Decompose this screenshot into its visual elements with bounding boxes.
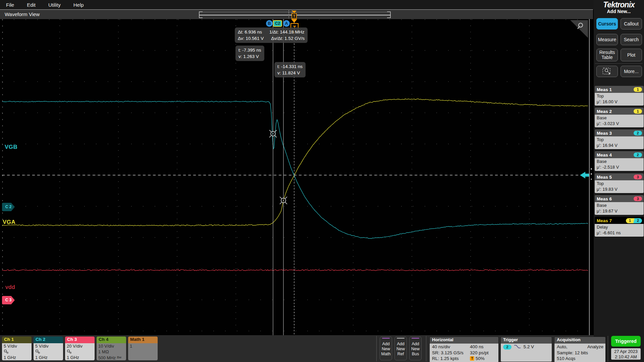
- svg-text:T: T: [293, 14, 296, 18]
- probe-icon: [67, 349, 72, 354]
- channel-badge-ch4[interactable]: Ch 4 10 V/div1 MΩ 500 MHz Bw: [97, 337, 126, 360]
- meas2-source-badge: 1: [634, 109, 642, 114]
- cursor-delta-readout[interactable]: Δt: 6.936 ns1/Δt: 144.18 MHz Δv: 10.561 …: [235, 27, 308, 43]
- graticule[interactable]: B C2 A T Δt: 6.936 ns1/Δt: 144.18 MHz Δv…: [0, 19, 590, 335]
- meas2-name: Meas 2: [597, 109, 612, 114]
- menu-help[interactable]: Help: [73, 2, 84, 8]
- slew-rate: Δv/Δt: 1.52 GV/s: [271, 35, 305, 42]
- falling-edge-icon: [514, 344, 521, 349]
- meas6-source-badge: 3: [634, 196, 642, 201]
- meas7-panel[interactable]: Meas 7 12 Delayμ': -6.601 ns: [594, 217, 644, 237]
- meas5-name: Meas 5: [597, 175, 612, 180]
- meas7-source-badges: 12: [626, 218, 642, 223]
- meas3-value: μ': 16.94 V: [597, 142, 642, 148]
- menu-utility[interactable]: Utility: [48, 2, 61, 8]
- date: 27 Apr 2023: [611, 349, 641, 354]
- menu-bar: File Edit Utility Help: [0, 0, 644, 9]
- zoom-box-icon: [602, 67, 612, 75]
- cursor-a-volt: v: 1.263 V: [238, 53, 261, 60]
- meas6-panel[interactable]: Meas 63 Baseμ': 19.67 V: [594, 195, 644, 215]
- trigger-panel[interactable]: Trigger 2 5.2 V: [500, 337, 552, 362]
- trace-ch3-vdd: [2, 269, 588, 270]
- acquisition-panel[interactable]: Acquisition Auto,Analyze Sample: 12 bits…: [554, 337, 606, 362]
- meas6-value: μ': 19.67 V: [597, 208, 642, 214]
- meas3-type: Top: [597, 137, 642, 142]
- channel-badge-ch1[interactable]: Ch 1 5 V/div 1 GHz: [2, 337, 32, 360]
- meas1-value: μ': 16.00 V: [597, 99, 642, 105]
- meas3-panel[interactable]: Meas 32 Topμ': 16.94 V: [594, 129, 644, 149]
- tektronix-logo: Tektronix: [594, 0, 644, 9]
- meas4-value: μ': -2.518 V: [597, 164, 642, 170]
- cursor-a-time: t: -7.395 ns: [238, 47, 261, 53]
- trigger-position-arrow[interactable]: [291, 19, 297, 23]
- search-button[interactable]: Search: [621, 34, 642, 45]
- cursors-button[interactable]: Cursors: [596, 18, 618, 29]
- meas2-value: μ': -3.023 V: [597, 121, 642, 126]
- add-new-ref-button[interactable]: AddNewRef: [394, 337, 407, 360]
- meas2-type: Base: [597, 115, 642, 121]
- horizontal-panel[interactable]: Horizontal 40 ns/div400 ns SR: 3.125 GS/…: [429, 337, 499, 362]
- horizontal-overview-bar[interactable]: T: [197, 10, 392, 19]
- meas4-type: Base: [597, 159, 642, 164]
- trace-label-vdd[interactable]: vdd: [5, 284, 15, 291]
- meas3-source-badge: 2: [634, 131, 642, 135]
- waveform-view-titlebar: Waveform View T: [0, 9, 593, 19]
- view-title: Waveform View: [5, 11, 40, 17]
- divider: [426, 336, 426, 361]
- trigger-level-arrow: [580, 172, 585, 179]
- add-new-bus-button[interactable]: AddNewBus: [409, 337, 422, 360]
- meas5-panel[interactable]: Meas 53 Topμ': 19.83 V: [594, 173, 644, 193]
- callout-button[interactable]: Callout: [621, 18, 642, 29]
- meas3-name: Meas 3: [597, 131, 612, 136]
- delta-v: Δv: 10.561 V: [238, 36, 264, 41]
- trace-label-vgb[interactable]: VGB: [5, 144, 17, 150]
- meas4-panel[interactable]: Meas 42 Baseμ': -2.518 V: [594, 151, 644, 171]
- trigger-level: 5.2 V: [524, 344, 534, 349]
- meas1-name: Meas 1: [597, 87, 612, 92]
- trace-ch1-vga: [2, 99, 588, 226]
- sidebar: Tektronix Add New... Cursors Callout Mea…: [594, 0, 644, 362]
- zoom-box-button[interactable]: [596, 66, 618, 77]
- panel-splitter-handle[interactable]: [590, 168, 592, 180]
- meas2-panel[interactable]: Meas 21 Baseμ': -3.023 V: [594, 107, 644, 128]
- meas5-value: μ': 19.83 V: [597, 186, 642, 192]
- more-button[interactable]: More...: [621, 66, 642, 77]
- menu-edit[interactable]: Edit: [27, 2, 36, 8]
- cursor-a-badge[interactable]: A: [283, 20, 290, 27]
- meas7-value: μ': -6.601 ns: [597, 230, 642, 236]
- probe-icon: [4, 349, 9, 354]
- measure-button[interactable]: Measure: [596, 34, 618, 45]
- trace-ch2-vgb: [2, 101, 588, 239]
- meas1-type: Top: [597, 93, 642, 99]
- cursor-b-readout[interactable]: t: -14.331 ns v: 11.824 V: [274, 62, 306, 77]
- meas6-name: Meas 6: [597, 196, 612, 201]
- meas6-type: Base: [597, 202, 642, 208]
- cursor-a-readout[interactable]: t: -7.395 ns v: 1.263 V: [235, 46, 264, 61]
- meas1-panel[interactable]: Meas 11 Topμ': 16.00 V: [594, 85, 644, 106]
- trigger-status-badge: Triggered: [611, 336, 641, 347]
- probe-icon: [35, 349, 41, 354]
- settings-bar: Ch 1 5 V/div 1 GHz Ch 2 5 V/div 1 GHz Ch…: [0, 335, 594, 362]
- delta-t: Δt: 6.936 ns: [238, 29, 262, 35]
- trigger-source-badge: 2: [503, 345, 512, 350]
- add-new-math-button[interactable]: AddNewMath: [380, 337, 392, 360]
- divider: [608, 336, 608, 361]
- cursor-b-volt: v: 11.824 V: [277, 70, 303, 76]
- cursor-source-badge[interactable]: C2: [273, 20, 282, 27]
- channel-badge-ch2[interactable]: Ch 2 5 V/div 1 GHz: [34, 337, 63, 360]
- inv-delta-t: 1/Δt: 144.18 MHz: [269, 29, 304, 35]
- trace-label-vga[interactable]: VGA: [3, 219, 15, 226]
- meas5-type: Top: [597, 181, 642, 186]
- meas4-name: Meas 4: [597, 153, 612, 158]
- math1-badge[interactable]: Math 1 1: [128, 337, 158, 360]
- menu-file[interactable]: File: [6, 2, 14, 8]
- channel-badge-ch3[interactable]: Ch 3 20 V/div 1 GHz: [65, 337, 95, 360]
- datetime-display: 27 Apr 2023 2:10:42 AM: [611, 348, 641, 360]
- plot-button[interactable]: Plot: [621, 49, 642, 61]
- cursor-b-badge[interactable]: B: [266, 20, 273, 27]
- results-table-button[interactable]: Results Table: [596, 49, 618, 61]
- meas7-type: Delay: [597, 224, 642, 230]
- divider: [376, 336, 377, 361]
- time: 2:10:42 AM: [611, 354, 641, 360]
- sidebar-divider: [595, 63, 643, 64]
